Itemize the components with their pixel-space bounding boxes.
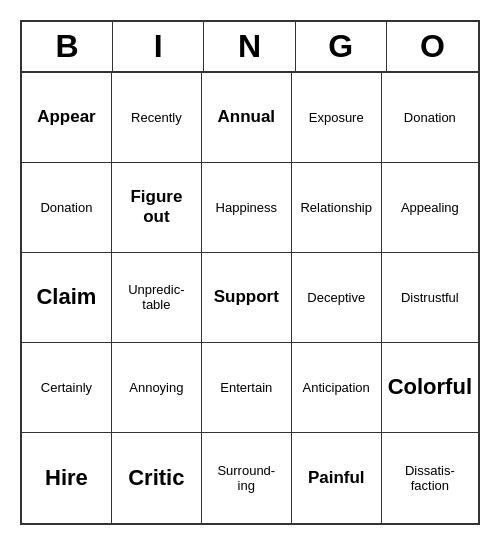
header-letter: B: [22, 22, 113, 71]
bingo-cell: Entertain: [202, 343, 292, 433]
bingo-cell: Painful: [292, 433, 382, 523]
bingo-cell: Happiness: [202, 163, 292, 253]
bingo-cell: Claim: [22, 253, 112, 343]
bingo-cell: Deceptive: [292, 253, 382, 343]
bingo-cell: Annoying: [112, 343, 202, 433]
bingo-cell: Unpredic-table: [112, 253, 202, 343]
bingo-cell: Anticipation: [292, 343, 382, 433]
bingo-cell: Exposure: [292, 73, 382, 163]
bingo-cell: Surround-ing: [202, 433, 292, 523]
bingo-cell: Critic: [112, 433, 202, 523]
header-letter: G: [296, 22, 387, 71]
bingo-cell: Donation: [382, 73, 478, 163]
bingo-cell: Colorful: [382, 343, 478, 433]
bingo-cell: Dissatis-faction: [382, 433, 478, 523]
header-letter: I: [113, 22, 204, 71]
bingo-cell: Donation: [22, 163, 112, 253]
header-letter: N: [204, 22, 295, 71]
bingo-cell: Distrustful: [382, 253, 478, 343]
bingo-grid: AppearRecentlyAnnualExposureDonationDona…: [22, 73, 478, 523]
bingo-cell: Hire: [22, 433, 112, 523]
bingo-cell: Relationship: [292, 163, 382, 253]
bingo-cell: Annual: [202, 73, 292, 163]
bingo-cell: Appear: [22, 73, 112, 163]
bingo-cell: Figure out: [112, 163, 202, 253]
bingo-card: BINGO AppearRecentlyAnnualExposureDonati…: [20, 20, 480, 525]
bingo-header: BINGO: [22, 22, 478, 73]
bingo-cell: Recently: [112, 73, 202, 163]
header-letter: O: [387, 22, 478, 71]
bingo-cell: Support: [202, 253, 292, 343]
bingo-cell: Appealing: [382, 163, 478, 253]
bingo-cell: Certainly: [22, 343, 112, 433]
